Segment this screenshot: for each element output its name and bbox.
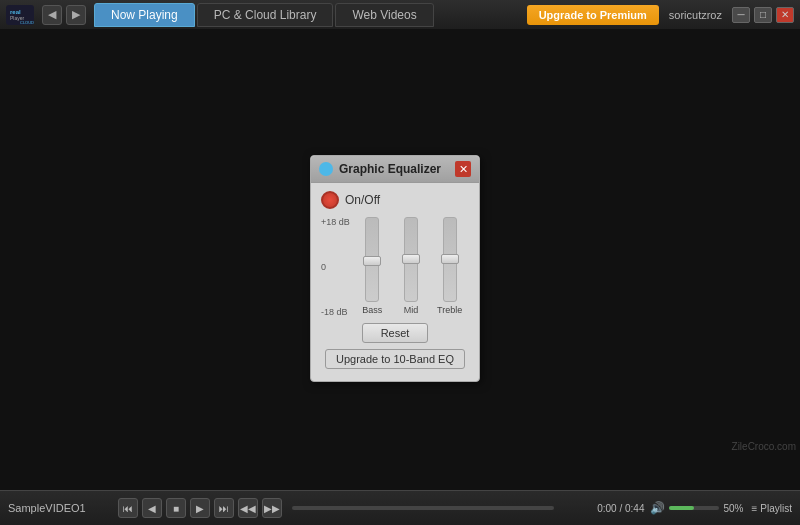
fast-forward-button[interactable]: ▶▶	[262, 498, 282, 518]
eq-treble-col: Treble	[436, 217, 464, 315]
logo: real Player CLOUD	[6, 5, 34, 25]
eq-power-button[interactable]	[321, 191, 339, 209]
volume-fill	[669, 506, 694, 510]
user-label: soricutzroz	[669, 9, 722, 21]
eq-upgrade-row: Upgrade to 10-Band EQ	[321, 349, 469, 369]
forward-button[interactable]: ▶	[66, 5, 86, 25]
eq-sliders-area: +18 dB 0 -18 dB Bass	[321, 217, 469, 317]
eq-title-bar: Graphic Equalizer ✕	[311, 156, 479, 183]
time-display: 0:00 / 0:44	[564, 503, 644, 514]
eq-mid-thumb[interactable]	[402, 254, 420, 264]
eq-reset-button[interactable]: Reset	[362, 323, 429, 343]
upgrade-premium-button[interactable]: Upgrade to Premium	[527, 5, 659, 25]
eq-bass-label: Bass	[362, 305, 382, 315]
transport-controls: ⏮ ◀ ■ ▶ ⏭ ◀◀ ▶▶	[118, 498, 282, 518]
tab-pc-cloud[interactable]: PC & Cloud Library	[197, 3, 334, 27]
svg-point-4	[322, 165, 330, 173]
bottom-bar: SampleVIDEO1 ⏮ ◀ ■ ▶ ⏭ ◀◀ ▶▶ 0:00 / 0:44…	[0, 490, 800, 525]
minimize-button[interactable]: ─	[732, 7, 750, 23]
eq-reset-row: Reset	[321, 323, 469, 343]
skip-forward-button[interactable]: ⏭	[214, 498, 234, 518]
eq-onoff-label: On/Off	[345, 193, 380, 207]
eq-mid-label: Mid	[404, 305, 419, 315]
eq-db-mid: 0	[321, 262, 350, 272]
watermark: ZileCroco.com	[732, 441, 796, 452]
stop-button[interactable]: ■	[166, 498, 186, 518]
eq-bass-thumb[interactable]	[363, 256, 381, 266]
playlist-label: Playlist	[760, 503, 792, 514]
tab-now-playing[interactable]: Now Playing	[94, 3, 195, 27]
rewind-button[interactable]: ◀◀	[238, 498, 258, 518]
title-bar: real Player CLOUD ◀ ▶ Now Playing PC & C…	[0, 0, 800, 30]
tabs: Now Playing PC & Cloud Library Web Video…	[94, 3, 527, 27]
eq-body: On/Off +18 dB 0 -18 dB Bass	[311, 183, 479, 381]
playlist-button[interactable]: ≡ Playlist	[751, 503, 792, 514]
eq-logo-icon	[319, 162, 333, 176]
eq-treble-thumb[interactable]	[441, 254, 459, 264]
eq-db-high: +18 dB	[321, 217, 350, 227]
skip-back-button[interactable]: ⏮	[118, 498, 138, 518]
volume-area: 🔊 50%	[650, 501, 743, 515]
volume-bar[interactable]	[669, 506, 719, 510]
window-controls: ─ □ ✕	[732, 7, 794, 23]
eq-bass-col: Bass	[358, 217, 386, 315]
main-content: Graphic Equalizer ✕ On/Off +18 dB 0 -18 …	[0, 30, 800, 490]
logo-icon: real Player CLOUD	[6, 5, 34, 25]
playlist-icon: ≡	[751, 503, 757, 514]
eq-dialog: Graphic Equalizer ✕ On/Off +18 dB 0 -18 …	[310, 155, 480, 382]
step-back-button[interactable]: ◀	[142, 498, 162, 518]
step-forward-button[interactable]: ▶	[190, 498, 210, 518]
tab-web-videos[interactable]: Web Videos	[335, 3, 433, 27]
eq-upgrade-button[interactable]: Upgrade to 10-Band EQ	[325, 349, 465, 369]
eq-mid-col: Mid	[397, 217, 425, 315]
eq-db-labels: +18 dB 0 -18 dB	[321, 217, 350, 317]
eq-bass-track[interactable]	[365, 217, 379, 302]
volume-pct: 50%	[723, 503, 743, 514]
file-name: SampleVIDEO1	[8, 502, 108, 514]
maximize-button[interactable]: □	[754, 7, 772, 23]
eq-db-low: -18 dB	[321, 307, 350, 317]
close-button[interactable]: ✕	[776, 7, 794, 23]
eq-treble-label: Treble	[437, 305, 462, 315]
seek-bar[interactable]	[292, 506, 554, 510]
eq-onoff-row: On/Off	[321, 191, 469, 209]
back-button[interactable]: ◀	[42, 5, 62, 25]
eq-title: Graphic Equalizer	[339, 162, 455, 176]
eq-treble-track[interactable]	[443, 217, 457, 302]
nav-arrows: ◀ ▶	[42, 5, 86, 25]
eq-mid-track[interactable]	[404, 217, 418, 302]
volume-icon: 🔊	[650, 501, 665, 515]
eq-close-button[interactable]: ✕	[455, 161, 471, 177]
svg-text:CLOUD: CLOUD	[20, 20, 34, 25]
